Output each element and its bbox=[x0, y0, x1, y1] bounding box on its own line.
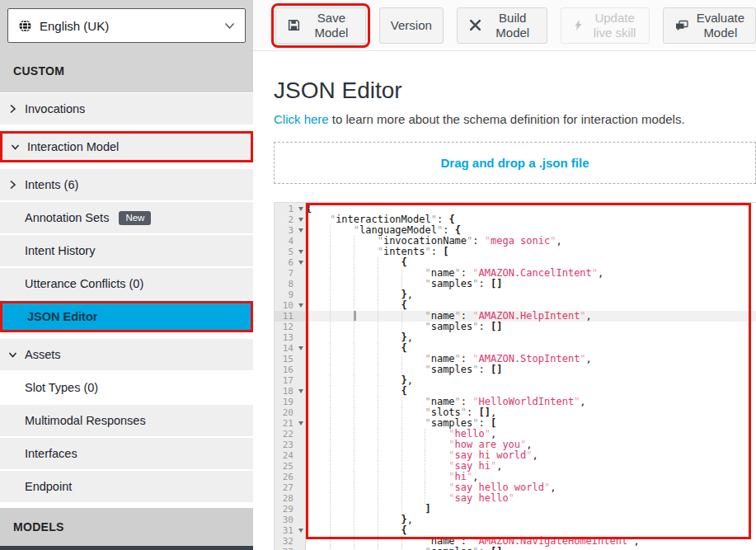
code-line[interactable]: "samples": [] bbox=[306, 364, 756, 375]
fold-arrow-icon[interactable] bbox=[298, 207, 303, 211]
line-number: 8 bbox=[288, 279, 293, 289]
language-selector[interactable]: English (UK) bbox=[7, 8, 246, 43]
chevron-down-icon bbox=[8, 350, 17, 360]
code-line[interactable]: "say hello" bbox=[306, 493, 756, 504]
intro-line: Click here to learn more about the schem… bbox=[274, 110, 756, 128]
gutter-line: 6 bbox=[275, 257, 305, 268]
fold-arrow-icon[interactable] bbox=[298, 346, 303, 350]
line-number: 27 bbox=[283, 482, 293, 493]
code-line[interactable]: "name": "AMAZON.CancelIntent", bbox=[306, 268, 756, 279]
sidebar-item-annotation-sets[interactable]: Annotation SetsNew bbox=[0, 202, 253, 233]
gutter-line: 26 bbox=[275, 472, 305, 482]
gutter-line: 33 bbox=[275, 547, 305, 550]
json-code-editor[interactable]: 1234567891011121314151617181920212223242… bbox=[274, 202, 756, 550]
fold-arrow-icon[interactable] bbox=[298, 261, 303, 265]
sidebar-item-utterance-conflicts-0[interactable]: Utterance Conflicts (0) bbox=[0, 268, 253, 299]
code-line[interactable]: "samples": [] bbox=[306, 279, 756, 289]
code-line[interactable]: }, bbox=[306, 332, 756, 343]
sidebar: English (UK) CUSTOM InvocationsInteracti… bbox=[0, 0, 253, 550]
code-line[interactable]: "name": "AMAZON.NavigateHomeIntent", bbox=[306, 536, 756, 547]
line-number: 25 bbox=[283, 461, 293, 472]
sidebar-nav: InvocationsInteraction ModelIntents (6)A… bbox=[0, 92, 253, 502]
code-line[interactable]: "samples": [] bbox=[306, 322, 756, 332]
sidebar-item-interfaces[interactable]: Interfaces bbox=[0, 438, 253, 469]
language-selector-value: English (UK) bbox=[40, 19, 224, 33]
code-line[interactable]: }, bbox=[306, 515, 756, 525]
code-line[interactable]: "name": "HelloWorldIntent", bbox=[306, 397, 756, 407]
sidebar-item-intents-6[interactable]: Intents (6) bbox=[0, 169, 253, 200]
gutter-line: 25 bbox=[275, 461, 305, 472]
code-line[interactable]: "samples": [] bbox=[306, 547, 756, 550]
line-number: 33 bbox=[283, 547, 293, 550]
sidebar-item-label: Slot Types (0) bbox=[25, 381, 98, 394]
code-line[interactable]: "name": "AMAZON.StopIntent", bbox=[306, 354, 756, 364]
sidebar-item-json-editor[interactable]: JSON Editor bbox=[0, 301, 253, 332]
sidebar-item-slot-types-0[interactable]: Slot Types (0) bbox=[0, 372, 253, 403]
gutter-line: 21 bbox=[275, 418, 305, 429]
gutter-line: 32 bbox=[275, 536, 305, 547]
line-number: 4 bbox=[288, 236, 293, 247]
line-number: 10 bbox=[283, 300, 293, 311]
fold-arrow-icon[interactable] bbox=[298, 228, 303, 233]
code-line[interactable]: "intents": [ bbox=[306, 247, 756, 257]
evaluate-model-button[interactable]: Evaluate Model bbox=[663, 7, 756, 44]
fold-arrow-icon[interactable] bbox=[298, 303, 303, 308]
sidebar-item-endpoint[interactable]: Endpoint bbox=[0, 471, 253, 502]
toolbar-button-label: Version bbox=[391, 18, 432, 33]
models-section-heading: MODELS bbox=[0, 508, 253, 546]
version-button[interactable]: Version bbox=[379, 7, 444, 44]
text-cursor bbox=[354, 311, 356, 321]
line-number: 32 bbox=[283, 536, 293, 547]
build-model-button[interactable]: Build Model bbox=[457, 7, 547, 44]
gutter-line: 14 bbox=[275, 343, 305, 354]
fold-arrow-icon[interactable] bbox=[298, 218, 303, 222]
sidebar-item-label: Multimodal Responses bbox=[25, 414, 146, 427]
code-line[interactable]: "say hi world", bbox=[306, 450, 756, 461]
main-panel: Save ModelVersionBuild ModelUpdate live … bbox=[253, 0, 756, 550]
fold-arrow-icon[interactable] bbox=[298, 529, 303, 533]
editor-gutter: 1234567891011121314151617181920212223242… bbox=[275, 203, 306, 550]
sidebar-item-assets[interactable]: Assets bbox=[0, 339, 253, 370]
sidebar-item-label: Interfaces bbox=[25, 447, 77, 460]
line-number: 29 bbox=[283, 504, 293, 515]
gutter-line: 16 bbox=[275, 364, 305, 375]
editor-code[interactable]: {"interactionModel": {"languageModel": {… bbox=[306, 203, 756, 550]
line-number: 23 bbox=[283, 440, 293, 450]
json-dropzone[interactable]: Drag and drop a .json file bbox=[274, 142, 756, 184]
code-line[interactable]: "name": "AMAZON.HelpIntent", bbox=[306, 311, 756, 322]
line-number: 26 bbox=[283, 472, 293, 482]
sidebar-item-label: Annotation Sets bbox=[25, 211, 109, 224]
page-title: JSON Editor bbox=[274, 76, 756, 106]
line-number: 14 bbox=[283, 343, 293, 354]
line-number: 24 bbox=[283, 450, 293, 461]
gutter-line: 3 bbox=[275, 225, 305, 236]
learn-more-link[interactable]: Click here bbox=[274, 112, 329, 126]
gutter-line: 9 bbox=[275, 289, 305, 300]
gutter-line: 8 bbox=[275, 279, 305, 289]
code-line[interactable]: "say hi", bbox=[306, 461, 756, 472]
fold-arrow-icon[interactable] bbox=[298, 389, 303, 393]
fold-arrow-icon[interactable] bbox=[298, 421, 303, 425]
fold-arrow-icon[interactable] bbox=[298, 250, 303, 254]
line-number: 11 bbox=[283, 311, 293, 322]
sidebar-item-label: Intent History bbox=[25, 244, 95, 257]
line-number: 18 bbox=[283, 386, 293, 397]
code-line[interactable]: }, bbox=[306, 289, 756, 300]
content-area: JSON Editor Click here to learn more abo… bbox=[253, 51, 756, 550]
custom-section-heading: CUSTOM bbox=[0, 64, 253, 78]
code-line[interactable]: "invocationName": "mega sonic", bbox=[306, 236, 756, 247]
code-line[interactable]: ] bbox=[306, 504, 756, 515]
code-line[interactable]: "say hello world", bbox=[306, 482, 756, 493]
line-number: 12 bbox=[283, 322, 293, 332]
code-line[interactable]: "samples": [ bbox=[306, 418, 756, 429]
line-number: 31 bbox=[283, 525, 293, 536]
line-number: 19 bbox=[283, 397, 293, 407]
gutter-line: 7 bbox=[275, 268, 305, 279]
sidebar-item-multimodal-responses[interactable]: Multimodal Responses bbox=[0, 405, 253, 436]
sidebar-item-invocations[interactable]: Invocations bbox=[0, 93, 253, 125]
code-line[interactable]: }, bbox=[306, 375, 756, 386]
save-model-button[interactable]: Save Model bbox=[275, 7, 366, 44]
code-line[interactable]: "slots": [], bbox=[306, 407, 756, 418]
sidebar-item-intent-history[interactable]: Intent History bbox=[0, 235, 253, 266]
sidebar-item-interaction-model[interactable]: Interaction Model bbox=[0, 131, 253, 162]
